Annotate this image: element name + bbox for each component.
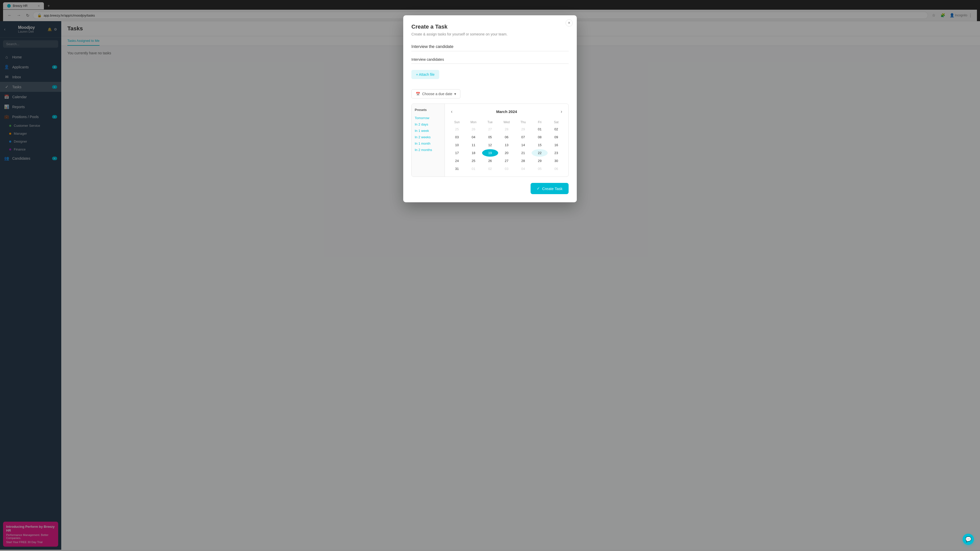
cal-day[interactable]: 05 (531, 165, 548, 172)
cal-day[interactable]: 26 (466, 125, 482, 133)
cal-day[interactable]: 02 (482, 165, 498, 172)
cal-day[interactable]: 06 (499, 133, 515, 141)
calendar-container: Presets Tomorrow In 2 days In 1 week In … (411, 103, 569, 177)
cal-day[interactable]: 17 (449, 149, 465, 157)
preset-2weeks[interactable]: In 2 weeks (415, 134, 442, 140)
create-task-button[interactable]: ✓ Create Task (531, 183, 569, 194)
chat-bubble-icon: 💬 (965, 536, 972, 542)
cal-header-sun: Sun (449, 119, 465, 125)
cal-header-wed: Wed (499, 119, 515, 125)
cal-day[interactable]: 23 (548, 149, 564, 157)
cal-day[interactable]: 11 (466, 141, 482, 149)
modal-title: Create a Task (411, 24, 569, 30)
cal-day[interactable]: 16 (548, 141, 564, 149)
cal-day[interactable]: 15 (531, 141, 548, 149)
cal-day[interactable]: 06 (548, 165, 564, 172)
create-task-icon: ✓ (537, 186, 540, 191)
cal-header-fri: Fri (531, 119, 548, 125)
cal-day[interactable]: 03 (449, 133, 465, 141)
cal-day[interactable]: 27 (482, 125, 498, 133)
calendar-panel: ‹ March 2024 › Sun Mon Tue Wed Thu Fri S… (445, 104, 568, 176)
cal-day[interactable]: 14 (515, 141, 531, 149)
calendar-nav: ‹ March 2024 › (449, 108, 564, 115)
cal-day[interactable]: 28 (515, 157, 531, 165)
cal-day[interactable]: 01 (466, 165, 482, 172)
cal-day[interactable]: 09 (548, 133, 564, 141)
cal-day[interactable]: 26 (482, 157, 498, 165)
cal-header-tue: Tue (482, 119, 498, 125)
cal-header-mon: Mon (466, 119, 482, 125)
cal-day[interactable]: 04 (466, 133, 482, 141)
cal-header-thu: Thu (515, 119, 531, 125)
preset-2months[interactable]: In 2 months (415, 147, 442, 153)
modal-overlay: × Create a Task Create & assign tasks fo… (0, 0, 980, 550)
cal-day[interactable]: 31 (449, 165, 465, 172)
task-title-input[interactable] (411, 42, 569, 51)
cal-day[interactable]: 20 (499, 149, 515, 157)
presets-title: Presets (415, 108, 442, 112)
cal-day[interactable]: 25 (466, 157, 482, 165)
due-date-arrow-icon: ▾ (454, 92, 456, 96)
cal-day-cursor[interactable]: 22 (531, 149, 548, 157)
calendar-next-button[interactable]: › (558, 108, 564, 115)
cal-day[interactable]: 01 (531, 125, 548, 133)
modal-subtitle: Create & assign tasks for yourself or so… (411, 32, 569, 36)
cal-day[interactable]: 27 (499, 157, 515, 165)
cal-day[interactable]: 07 (515, 133, 531, 141)
calendar-prev-button[interactable]: ‹ (449, 108, 455, 115)
task-description-input[interactable] (411, 56, 569, 64)
cal-day[interactable]: 08 (531, 133, 548, 141)
chat-bubble-button[interactable]: 💬 (963, 534, 974, 545)
cal-day[interactable]: 18 (466, 149, 482, 157)
cal-header-sat: Sat (548, 119, 564, 125)
preset-2days[interactable]: In 2 days (415, 121, 442, 127)
presets-panel: Presets Tomorrow In 2 days In 1 week In … (412, 104, 445, 176)
cal-day[interactable]: 21 (515, 149, 531, 157)
cal-day[interactable]: 25 (449, 125, 465, 133)
cal-day-today[interactable]: 19 (482, 149, 498, 157)
cal-day[interactable]: 13 (499, 141, 515, 149)
calendar-month-label: March 2024 (496, 110, 517, 114)
calendar-grid: Sun Mon Tue Wed Thu Fri Sat 25 26 27 28 … (449, 119, 564, 172)
create-task-label: Create Task (542, 186, 563, 191)
cal-day[interactable]: 29 (531, 157, 548, 165)
cal-day[interactable]: 12 (482, 141, 498, 149)
create-task-modal: × Create a Task Create & assign tasks fo… (403, 15, 577, 202)
cal-day[interactable]: 24 (449, 157, 465, 165)
cal-day[interactable]: 04 (515, 165, 531, 172)
modal-close-button[interactable]: × (566, 19, 573, 27)
cal-day[interactable]: 05 (482, 133, 498, 141)
preset-1week[interactable]: In 1 week (415, 127, 442, 134)
due-date-label: Choose a due date (422, 92, 452, 96)
cal-day[interactable]: 02 (548, 125, 564, 133)
calendar-icon: 📅 (416, 92, 420, 96)
cal-day[interactable]: 10 (449, 141, 465, 149)
due-date-button[interactable]: 📅 Choose a due date ▾ (411, 89, 460, 98)
cal-day[interactable]: 28 (499, 125, 515, 133)
preset-tomorrow[interactable]: Tomorrow (415, 115, 442, 121)
cal-day[interactable]: 30 (548, 157, 564, 165)
preset-1month[interactable]: In 1 month (415, 140, 442, 147)
attach-file-button[interactable]: + Attach file (411, 70, 439, 79)
cal-day[interactable]: 29 (515, 125, 531, 133)
cal-day[interactable]: 03 (499, 165, 515, 172)
